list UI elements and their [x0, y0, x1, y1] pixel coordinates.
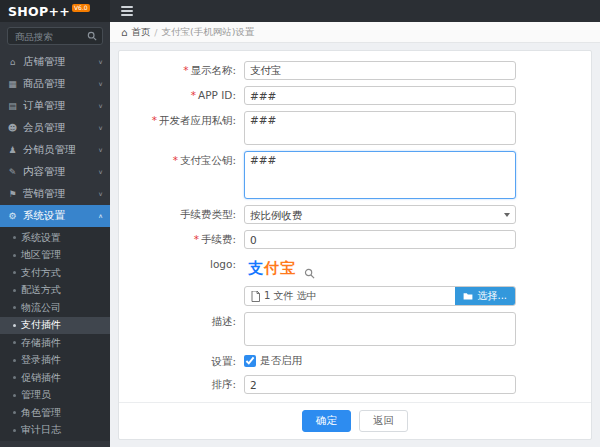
file-icon	[251, 291, 260, 302]
search-box	[7, 27, 103, 45]
dot-icon	[13, 411, 16, 414]
required-mark: *	[152, 114, 157, 126]
sidebar-item-orders[interactable]: ▤ 订单管理 ∨	[0, 95, 110, 117]
sidebar-subitem-shipping-methods[interactable]: 配送方式	[0, 282, 110, 300]
app-id-input[interactable]	[244, 86, 516, 105]
sidebar-subitem-login-plugins[interactable]: 登录插件	[0, 352, 110, 370]
public-key-row: *支付宝公钥: ###	[119, 151, 591, 199]
sidebar-menu: ⌂ 店铺管理 ∨ ▦ 商品管理 ∨ ▤ 订单管理 ∨ ☻ 会员管理 ∨ ♟ 分销	[0, 51, 110, 447]
search-icon[interactable]	[87, 31, 97, 41]
dot-icon	[13, 359, 16, 362]
public-key-textarea[interactable]: ###	[244, 151, 516, 199]
breadcrumb-current: 支付宝(手机网站)设置	[162, 26, 255, 39]
sidebar-subitem-system-settings[interactable]: 系统设置	[0, 229, 110, 247]
sidebar-subitem-logistics[interactable]: 物流公司	[0, 299, 110, 317]
sidebar-subitem-payment-plugins[interactable]: 支付插件	[0, 317, 110, 335]
fee-type-row: 手续费类型: 按比例收费	[119, 205, 591, 224]
dot-icon	[13, 306, 16, 309]
chevron-down-icon: ∨	[98, 81, 103, 88]
sidebar-item-system-settings[interactable]: ⚙ 系统设置 ∧	[0, 205, 110, 227]
fee-type-select[interactable]: 按比例收费	[244, 205, 516, 224]
sidebar-subitem-payment-methods[interactable]: 支付方式	[0, 264, 110, 282]
distributors-icon: ♟	[7, 145, 18, 155]
system-settings-submenu: 系统设置 地区管理 支付方式 配送方式 物流公司 支付插件 存储插件 登录插件 …	[0, 227, 110, 441]
sidebar-item-content[interactable]: ✎ 内容管理 ∨	[0, 161, 110, 183]
required-mark: *	[173, 154, 178, 166]
sidebar-item-shop[interactable]: ⌂ 店铺管理 ∨	[0, 51, 110, 73]
sidebar-subitem-admins[interactable]: 管理员	[0, 387, 110, 405]
search-input[interactable]	[13, 30, 87, 43]
sidebar-item-distributors[interactable]: ♟ 分销员管理 ∨	[0, 139, 110, 161]
private-key-row: *开发者应用私钥: ###	[119, 111, 591, 145]
sidebar-item-members[interactable]: ☻ 会员管理 ∨	[0, 117, 110, 139]
settings-label: 设置:	[119, 352, 244, 369]
orders-icon: ▤	[7, 101, 18, 111]
content-icon: ✎	[7, 167, 18, 177]
fee-row: *手续费:	[119, 230, 591, 249]
marketing-icon: ⚑	[7, 189, 18, 199]
sidebar-subitem-storage-plugins[interactable]: 存储插件	[0, 334, 110, 352]
display-name-row: *显示名称:	[119, 61, 591, 80]
dot-icon	[13, 289, 16, 292]
description-textarea[interactable]	[244, 312, 516, 346]
file-status-text: 1 文件 选中	[264, 289, 455, 303]
breadcrumb-home-link[interactable]: 首页	[131, 26, 150, 39]
goods-icon: ▦	[7, 79, 18, 89]
enabled-checkbox-wrap[interactable]: 是否启用	[244, 352, 516, 368]
dot-icon	[13, 429, 16, 432]
breadcrumb-separator: /	[154, 27, 157, 38]
private-key-textarea[interactable]: ###	[244, 111, 516, 145]
logo[interactable]: SHOP++ V6.0	[0, 0, 110, 22]
dot-icon	[13, 254, 16, 257]
app-id-label: *APP ID:	[119, 86, 244, 101]
form-actions: 确定 返回	[119, 402, 591, 439]
sidebar-subitem-promotion-plugins[interactable]: 促销插件	[0, 369, 110, 387]
logo-text: SHOP++	[8, 4, 70, 19]
description-label: 描述:	[119, 312, 244, 329]
sidebar-subitem-regions[interactable]: 地区管理	[0, 247, 110, 265]
enabled-checkbox[interactable]	[244, 355, 256, 367]
sidebar-search	[0, 22, 110, 51]
settings-form: *显示名称: *APP ID: *开发者应用私钥: ### *支付宝公钥: ##…	[119, 51, 591, 402]
required-mark: *	[194, 233, 199, 245]
menu-toggle-icon[interactable]	[121, 6, 133, 16]
logo-label: logo:	[119, 255, 244, 270]
sidebar-item-marketing[interactable]: ⚑ 营销管理 ∨	[0, 183, 110, 205]
order-input[interactable]	[244, 375, 516, 394]
required-mark: *	[191, 89, 196, 101]
app-window: SHOP++ V6.0 ⌂ 店铺管理 ∨ ▦ 商品管理 ∨ ▤ 订单管理	[0, 0, 600, 447]
topbar	[110, 0, 600, 22]
breadcrumb: ⌂ 首页 / 支付宝(手机网站)设置	[110, 22, 600, 43]
main-area: ⌂ 首页 / 支付宝(手机网站)设置 *显示名称: *APP ID:	[110, 0, 600, 447]
public-key-label: *支付宝公钥:	[119, 151, 244, 168]
chevron-down-icon: ∨	[98, 59, 103, 66]
dot-icon	[13, 376, 16, 379]
required-mark: *	[183, 64, 188, 76]
content-area: *显示名称: *APP ID: *开发者应用私钥: ### *支付宝公钥: ##…	[110, 43, 600, 447]
fee-input[interactable]	[244, 230, 516, 249]
logo-file-input: 1 文件 选中 选择...	[244, 286, 516, 306]
sidebar-subitem-roles[interactable]: 角色管理	[0, 404, 110, 422]
sidebar-subitem-audit-logs[interactable]: 审计日志	[0, 422, 110, 440]
dot-icon	[13, 236, 16, 239]
sidebar-item-goods[interactable]: ▦ 商品管理 ∨	[0, 73, 110, 95]
description-row: 描述:	[119, 312, 591, 346]
choose-file-button[interactable]: 选择...	[455, 287, 515, 305]
chevron-up-icon: ∧	[98, 213, 103, 220]
display-name-input[interactable]	[244, 61, 516, 80]
logo-version-badge: V6.0	[72, 4, 90, 12]
private-key-label: *开发者应用私钥:	[119, 111, 244, 128]
gear-icon: ⚙	[7, 211, 18, 221]
zoom-icon[interactable]	[304, 268, 315, 281]
sidebar: SHOP++ V6.0 ⌂ 店铺管理 ∨ ▦ 商品管理 ∨ ▤ 订单管理	[0, 0, 110, 447]
chevron-down-icon: ∨	[98, 191, 103, 198]
home-icon: ⌂	[121, 27, 127, 38]
submit-button[interactable]: 确定	[302, 410, 351, 432]
dot-icon	[13, 324, 16, 327]
fee-label: *手续费:	[119, 230, 244, 247]
enabled-checkbox-label: 是否启用	[260, 354, 302, 368]
shop-icon: ⌂	[7, 57, 18, 67]
dot-icon	[13, 271, 16, 274]
app-id-row: *APP ID:	[119, 86, 591, 105]
back-button[interactable]: 返回	[359, 410, 408, 432]
